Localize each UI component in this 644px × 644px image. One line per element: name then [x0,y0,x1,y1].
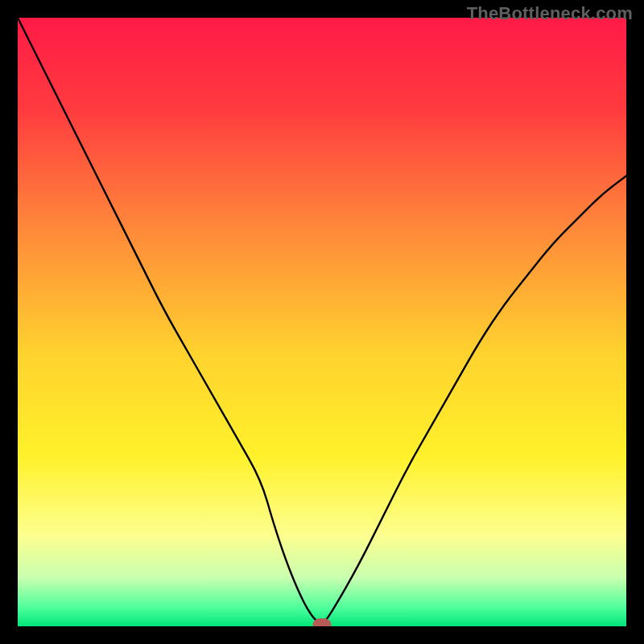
watermark-text: TheBottleneck.com [467,3,633,24]
chart-stage: TheBottleneck.com [0,0,644,644]
optimal-marker [313,618,332,626]
gradient-background [18,18,626,626]
bottleneck-chart [18,18,626,626]
